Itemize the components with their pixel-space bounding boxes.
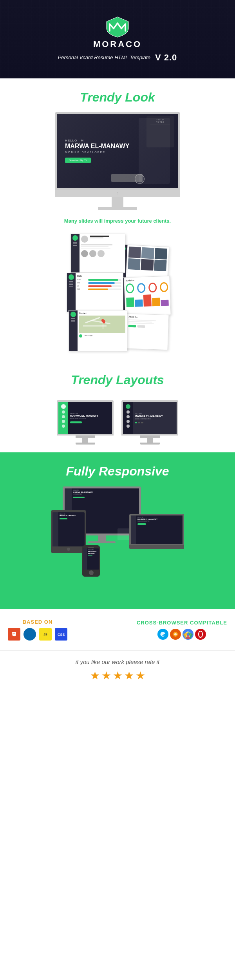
monitor-stand [98, 207, 137, 210]
trendy-look-title: Trendy Look [80, 90, 155, 105]
collage-content-4: Statistics [124, 276, 170, 316]
device-phone: HELLO I'M MARWA EL-MANAWY [82, 545, 100, 577]
collage-item-3: Skills HTML CSS JS [67, 273, 123, 312]
trendy-look-section: Trendy Look FIELDNOTES HELLO I'M MARWA E… [0, 78, 235, 363]
map-area [79, 316, 125, 333]
logo-container: MORACO [93, 16, 142, 49]
star-5[interactable]: ★ [136, 669, 145, 682]
based-on-left: BASED ON jQuery JS [8, 619, 67, 641]
circle-area [126, 282, 168, 294]
layout-nav-dot-6 [127, 415, 130, 418]
phone-sidebar [83, 548, 87, 570]
jquery-icon: jQuery [24, 628, 36, 641]
phone-frame: HELLO I'M MARWA EL-MANAWY [82, 545, 100, 577]
chrome-icon [183, 629, 193, 640]
monitor-name-text: MARWA EL-MANAWY [65, 142, 170, 150]
subtitle-text: Many slides will impress your future cli… [64, 218, 171, 224]
collage-sidebar-3 [67, 273, 76, 312]
cross-browser-title: Cross-Browser Compitable [137, 620, 227, 626]
star-4[interactable]: ★ [124, 669, 134, 682]
layout-nav-dot-8 [127, 425, 130, 428]
phone-screen: HELLO I'M MARWA EL-MANAWY [83, 548, 99, 570]
javascript-icon: JS [39, 628, 52, 641]
opera-icon [195, 629, 206, 640]
trendy-layouts-section: Trendy Layouts HELLO I'M MARWA EL-MANAWY [0, 363, 235, 452]
phone-main: HELLO I'M MARWA EL-MANAWY [87, 548, 99, 570]
tablet-screen: HELLO I'M MARWA EL-MANAWY [52, 512, 85, 546]
tablet-main: HELLO I'M MARWA EL-MANAWY [58, 512, 85, 546]
notebook-decoration: FIELDNOTES [146, 116, 174, 147]
devices-container: HELLO I'M MARWA EL-MANAWY LE DEVELOPER [43, 486, 192, 588]
svg-point-5 [174, 633, 177, 635]
collage-sidebar-1 [71, 234, 80, 272]
layout-screen-1: HELLO I'M MARWA EL-MANAWY MOBILE DEVELOP… [57, 400, 114, 436]
laptop-role: MOBILE DEVELOPER [137, 521, 181, 522]
monitor-role-text: MOBILE DEVELOPER [65, 151, 170, 154]
layout-monitor-1: HELLO I'M MARWA EL-MANAWY MOBILE DEVELOP… [57, 400, 114, 445]
monitor-screen: FIELDNOTES HELLO I'M MARWA EL-MANAWY MOB… [55, 112, 180, 190]
tagline-row: Personal Vcard Resume HTML Template V 2.… [58, 53, 177, 63]
layout-nav-dot-2 [62, 415, 65, 418]
progress-area: HTML CSS JS PHP [77, 279, 121, 290]
tablet-sidebar [52, 512, 58, 546]
layout-screen-inner-1: HELLO I'M MARWA EL-MANAWY MOBILE DEVELOP… [58, 402, 112, 434]
cross-browser-right: Cross-Browser Compitable [137, 620, 227, 640]
layout-stand-base-1 [76, 443, 95, 445]
tech-icons-row: jQuery JS CSS [8, 628, 67, 641]
tablet-name: MARWA EL-MANAWY [60, 515, 83, 517]
star-1[interactable]: ★ [90, 669, 100, 682]
monitor-hello-text: HELLO I'M [65, 139, 170, 142]
monitor-base-area:  [55, 190, 180, 210]
laptop-content: HELLO I'M MARWA EL-MANAWY MOBILE DEVELOP… [131, 515, 183, 544]
star-3[interactable]: ★ [113, 669, 123, 682]
layout-role-text-2: MOBILE DEVELOPER [135, 418, 175, 420]
desktop-base [88, 541, 116, 543]
layout-sidebar-1 [58, 402, 68, 434]
layout-nav-dot-1 [62, 410, 65, 414]
mouse-decoration [135, 174, 145, 184]
collage-content-3: Skills HTML CSS JS [76, 273, 123, 312]
download-cv-button[interactable]: Download My CV [65, 158, 91, 163]
svg-text:jQuery: jQuery [25, 633, 35, 637]
star-2[interactable]: ★ [101, 669, 111, 682]
laptop-main: HELLO I'M MARWA EL-MANAWY MOBILE DEVELOP… [136, 515, 183, 544]
layout-main-2: HELLO I'M MARWA EL-MANAWY MOBILE DEVELOP… [133, 402, 177, 434]
fully-responsive-title: Fully Responsive [66, 464, 169, 479]
layout-stand-neck-1 [82, 438, 88, 443]
phone-speaker [88, 547, 94, 548]
css3-icon: CSS [55, 628, 67, 641]
layout-nav-dot-7 [127, 420, 130, 423]
moraco-logo-icon [106, 16, 129, 38]
collage-item-5: Contact Cairo, Egypt [69, 310, 127, 351]
phone-button [89, 570, 94, 575]
rate-text: if you like our work please rate it [76, 659, 159, 665]
collage-item-1 [70, 234, 125, 273]
brand-name: MORACO [93, 39, 142, 49]
collage-sidebar-5 [69, 310, 78, 351]
tablet-frame: HELLO I'M MARWA EL-MANAWY [51, 510, 86, 553]
collage-inner: Skills HTML CSS JS [63, 234, 172, 351]
apple-logo-icon:  [117, 192, 118, 196]
layout-name-text-2: MARWA EL-MANAWY [135, 415, 175, 417]
layout-nav-dot-3 [62, 420, 65, 423]
layouts-row: HELLO I'M MARWA EL-MANAWY MOBILE DEVELOP… [57, 400, 178, 445]
monitor-screen-inner: FIELDNOTES HELLO I'M MARWA EL-MANAWY MOB… [57, 114, 178, 188]
fully-responsive-section: Fully Responsive HELLO I'M MARWA EL-MANA… [0, 452, 235, 609]
collage-content-6: About Me [126, 314, 168, 350]
collage-content-5: Contact Cairo, Egypt [78, 310, 127, 351]
based-on-title: BASED ON [23, 619, 53, 625]
monitor-mockup: FIELDNOTES HELLO I'M MARWA EL-MANAWY MOB… [55, 112, 180, 210]
rate-section: if you like our work please rate it ★ ★ … [0, 650, 235, 690]
laptop-base [129, 545, 184, 549]
trendy-layouts-title: Trendy Layouts [71, 373, 164, 387]
layout-name-text-1: MARWA EL-MANAWY [70, 414, 110, 417]
layout-role-text-1: MOBILE DEVELOPER [70, 417, 110, 419]
version-badge: V 2.0 [155, 53, 177, 63]
layout-monitor-2: HELLO I'M MARWA EL-MANAWY MOBILE DEVELOP… [121, 400, 178, 445]
firefox-icon [170, 629, 181, 640]
layout-sidebar-2 [123, 402, 133, 434]
collage-content-1 [80, 234, 125, 272]
laptop-screen: HELLO I'M MARWA EL-MANAWY MOBILE DEVELOP… [129, 514, 184, 545]
layout-stand-neck-2 [147, 438, 153, 443]
device-laptop: HELLO I'M MARWA EL-MANAWY MOBILE DEVELOP… [129, 514, 184, 549]
